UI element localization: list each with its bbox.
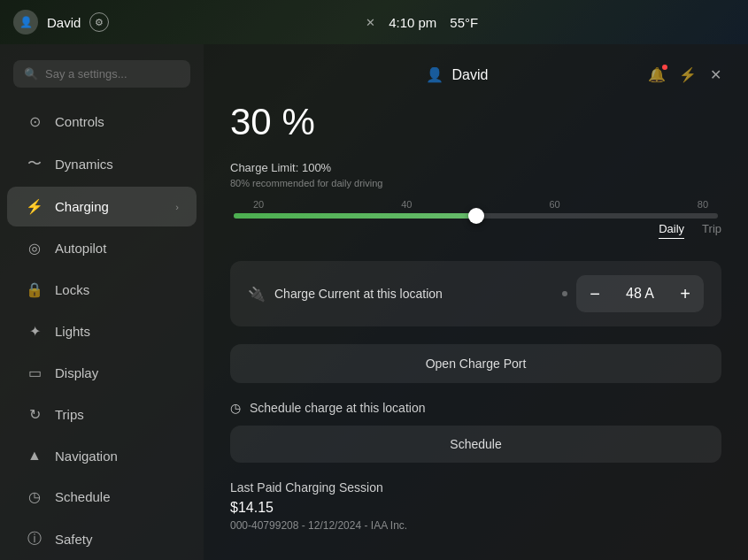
decrease-current-button[interactable]: − [576,275,613,312]
charge-limit-label: Charge Limit: 100% [230,161,721,174]
charge-limit-sublabel: 80% recommended for daily driving [230,178,721,188]
sidebar-label-trips: Trips [55,407,84,422]
sidebar-item-display[interactable]: ▭ Display [7,353,197,393]
open-charge-port-button[interactable]: Open Charge Port [230,344,721,383]
slider-fill [234,213,476,219]
tab-trip[interactable]: Trip [702,222,721,239]
sidebar-label-charging: Charging [55,199,109,214]
driver-avatar-icon: 👤 [13,10,38,35]
chevron-icon: › [175,202,179,212]
charge-current-text: Charge Current at this location [274,287,443,301]
user-avatar-icon: 👤 [426,66,443,83]
charge-current-label: 🔌 Charge Current at this location [248,286,553,303]
sidebar-item-trips[interactable]: ↻ Trips [7,395,197,434]
charging-icon: ⚡ [25,198,44,215]
search-bar[interactable]: 🔍 [13,60,190,88]
status-temperature: 55°F [450,15,478,30]
status-bar: 👤 David ⚙ ✕ 4:10 pm 55°F [0,0,748,44]
sidebar-label-navigation: Navigation [55,449,118,464]
slider-tick-60: 60 [550,199,560,210]
sidebar-label-schedule: Schedule [55,489,111,504]
sidebar-item-charging[interactable]: ⚡ Charging › [7,187,197,226]
driver-name: David [47,15,81,30]
increase-current-button[interactable]: + [667,275,704,312]
clock-icon: ◷ [230,401,241,415]
sidebar-label-safety: Safety [55,532,93,547]
charge-percentage: 30 % [230,101,721,143]
charge-current-section: 🔌 Charge Current at this location − 48 A… [230,261,721,326]
locks-icon: 🔒 [25,281,44,298]
schedule-icon: ◷ [25,488,44,505]
bluetooth-icon[interactable]: ⚡ [679,66,697,83]
dot-separator [562,291,567,296]
schedule-header: ◷ Schedule charge at this location [230,401,721,415]
sidebar-item-safety[interactable]: ⓘ Safety [7,518,197,560]
sidebar-item-navigation[interactable]: ▲ Navigation [7,436,197,475]
sidebar-label-autopilot: Autopilot [55,241,106,256]
lights-icon: ✦ [25,323,44,340]
sidebar-item-controls[interactable]: ⊙ Controls [7,102,197,142]
controls-icon: ⊙ [25,113,44,130]
sidebar-label-display: Display [55,365,98,380]
last-charging-section: Last Paid Charging Session $14.15 000-40… [230,480,721,532]
status-time: 4:10 pm [389,15,436,30]
slider-thumb[interactable] [468,208,484,224]
slider-tick-40: 40 [401,199,412,210]
search-icon: 🔍 [24,67,38,81]
sidebar: 🔍 ⊙ Controls 〜 Dynamics ⚡ Charging › ◎ A… [0,44,204,560]
notification-dot [662,65,667,70]
schedule-button[interactable]: Schedule [230,426,721,463]
main-content: 👤 David 🔔 ⚡ ✕ 30 % Charge Limit: 100% 80… [204,44,748,560]
schedule-section: ◷ Schedule charge at this location Sched… [230,401,721,463]
schedule-header-label: Schedule charge at this location [250,401,425,415]
current-value: 48 A [613,286,667,302]
slider-tick-80: 80 [698,199,708,210]
last-charging-title: Last Paid Charging Session [230,480,721,495]
slider-tick-20: 20 [253,199,264,210]
sidebar-label-dynamics: Dynamics [55,157,113,172]
display-icon: ▭ [25,364,44,381]
sidebar-label-lights: Lights [55,324,90,339]
trips-icon: ↻ [25,406,44,423]
safety-icon: ⓘ [25,530,44,548]
close-icon[interactable]: ✕ [710,66,721,83]
search-input[interactable] [45,67,194,81]
tab-daily[interactable]: Daily [659,222,684,239]
sidebar-item-autopilot[interactable]: ◎ Autopilot [7,228,197,268]
last-charging-amount: $14.15 [230,500,721,516]
last-charging-detail: 000-40799208 - 12/12/2024 - IAA Inc. [230,519,721,532]
daily-trip-tabs: Daily Trip [230,222,721,239]
dynamics-icon: 〜 [25,155,44,173]
sidebar-item-locks[interactable]: 🔒 Locks [7,270,197,310]
autopilot-icon: ◎ [25,240,44,257]
sidebar-item-dynamics[interactable]: 〜 Dynamics [7,143,197,185]
sidebar-item-lights[interactable]: ✦ Lights [7,311,197,351]
sidebar-label-controls: Controls [55,114,104,129]
charge-limit-section: Charge Limit: 100% 80% recommended for d… [230,161,721,239]
signal-icon: ✕ [366,16,375,29]
slider-track[interactable] [234,213,718,219]
header-icons: 🔔 ⚡ ✕ [648,66,721,83]
notification-bell[interactable]: 🔔 [648,66,666,83]
navigation-icon: ▲ [25,448,44,464]
user-info: 👤 David [426,66,489,83]
settings-icon[interactable]: ⚙ [89,12,109,32]
current-controls: − 48 A + [576,275,704,312]
plug-icon: 🔌 [248,286,266,303]
user-name: David [452,67,489,83]
slider-wrapper[interactable]: 20 40 60 80 [230,199,721,219]
sidebar-item-schedule[interactable]: ◷ Schedule [7,477,197,517]
content-header: 👤 David 🔔 ⚡ ✕ [230,66,721,83]
sidebar-label-locks: Locks [55,282,89,297]
